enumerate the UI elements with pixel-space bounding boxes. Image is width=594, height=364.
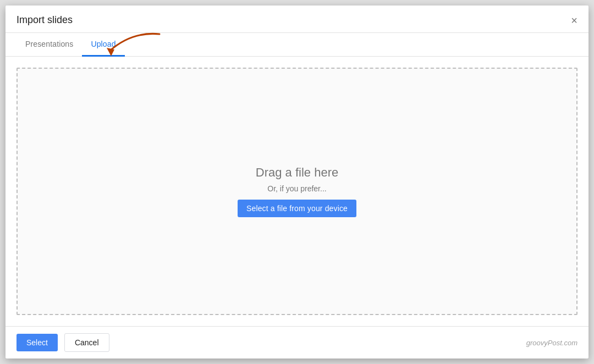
drop-zone[interactable]: Drag a file here Or, if you prefer... Se…	[16, 68, 578, 315]
or-text: Or, if you prefer...	[267, 184, 326, 193]
dialog-footer: Select Cancel groovyPost.com	[6, 326, 588, 359]
dialog-title: Import slides	[16, 14, 73, 32]
footer-select-button[interactable]: Select	[16, 334, 58, 351]
select-file-button[interactable]: Select a file from your device	[238, 200, 356, 217]
tabs-bar: Presentations Upload	[6, 33, 588, 57]
close-button[interactable]: ×	[571, 15, 578, 32]
dialog-body: Drag a file here Or, if you prefer... Se…	[6, 57, 588, 326]
import-slides-dialog: Import slides × Presentations Upload Dra…	[6, 5, 588, 359]
dialog-header: Import slides ×	[6, 5, 588, 33]
watermark: groovyPost.com	[526, 339, 578, 347]
drag-text: Drag a file here	[256, 166, 338, 180]
tab-upload[interactable]: Upload	[82, 33, 124, 57]
tab-presentations[interactable]: Presentations	[16, 33, 82, 57]
footer-cancel-button[interactable]: Cancel	[64, 333, 109, 352]
footer-actions: Select Cancel	[16, 333, 109, 352]
